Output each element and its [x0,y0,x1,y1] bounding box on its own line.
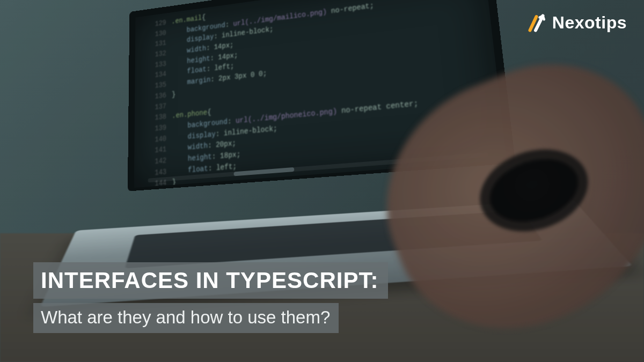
logo-icon [528,13,547,33]
brand-logo: Nexotips [528,13,627,33]
title-block: INTERFACES IN TYPESCRIPT: What are they … [33,262,388,333]
headline-subtitle: What are they and how to use them? [33,303,339,333]
hero-banner: 129.en.mail{ 130 background: url(../img/… [0,0,644,362]
brand-name: Nexotips [552,13,627,33]
headline-main: INTERFACES IN TYPESCRIPT: [33,262,388,299]
